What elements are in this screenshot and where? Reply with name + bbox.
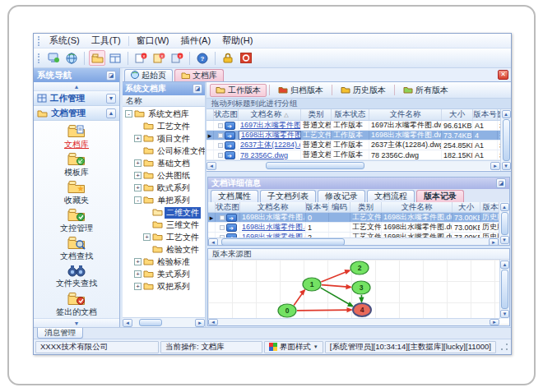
pin-icon[interactable]: ◪ (106, 71, 116, 81)
tree-node-工艺文件[interactable]: 工艺文件 (123, 120, 205, 132)
help-icon[interactable]: ? (194, 50, 211, 66)
column-header-版本号[interactable]: 版本号 (306, 202, 329, 212)
menu-item[interactable]: 工具(T) (86, 34, 127, 48)
tree-node-检验文件[interactable]: 检验文件 (123, 243, 205, 256)
table-row[interactable]: ➔1697出水嘴零件图.dwg普通文档工作版本1697出水嘴零件图.dwg96.… (207, 121, 500, 131)
sidebar-group-document[interactable]: 文档管理 ▲ (34, 106, 119, 121)
table-vertical-scrollbar[interactable]: ▲ ▼ (500, 109, 511, 171)
tree-node-系统文档库[interactable]: -系统文档库 (123, 108, 205, 120)
tree-horizontal-scrollbar[interactable]: ◄ ► (123, 317, 205, 327)
column-header-大小[interactable]: 大小 (452, 202, 480, 212)
menu-item[interactable]: 系统(S) (44, 34, 86, 48)
row-expand-icon[interactable] (218, 133, 223, 138)
expand-icon[interactable]: + (134, 159, 142, 167)
toolbar-grip[interactable] (38, 53, 41, 63)
column-header-文档名称[interactable]: 文档名称△ (239, 109, 301, 120)
collapse-icon[interactable]: - (134, 196, 142, 204)
graph-horizontal-scrollbar[interactable]: ◄ ► (208, 318, 499, 325)
column-header-状态图[interactable]: 状态图 (214, 109, 239, 120)
tree-node-项目文件[interactable]: +项目文件 (123, 132, 205, 145)
scrollbar-thumb[interactable] (501, 270, 508, 309)
table-row[interactable]: ▸➔1698出水嘴零件图.dwg0工艺文件1698出水嘴零件图.dwg73.00… (208, 213, 499, 223)
button-工作版本[interactable]: 工作版本 (210, 84, 267, 97)
row-expand-icon[interactable] (218, 123, 223, 128)
menubar-grip[interactable] (38, 36, 41, 46)
document-link[interactable]: 2637主体(12284).dwg (240, 141, 301, 150)
detail-tab-文档属性[interactable]: 文档属性 (211, 190, 258, 202)
grid-view-icon[interactable] (107, 50, 123, 66)
sidebar-item-文件夹查找[interactable]: 文件夹查找 (39, 262, 114, 290)
computer-icon[interactable] (45, 50, 62, 66)
collapse-icon[interactable]: - (125, 110, 132, 118)
tree-node-检验标准[interactable]: +检验标准 (123, 256, 205, 268)
pin-icon[interactable]: ◪ (193, 84, 202, 94)
detail-tab-版本记录[interactable]: 版本记录 (416, 190, 464, 202)
column-header-编码[interactable]: 编码 (329, 202, 350, 212)
scroll-right-icon[interactable]: ► (490, 319, 499, 325)
column-header-版本号[interactable]: 版本号 (473, 109, 498, 120)
scrollbar-thumb[interactable] (501, 212, 508, 235)
button-所有版本[interactable]: 所有版本 (397, 84, 454, 97)
ui-style-dropdown[interactable]: 界面样式 ▼ (264, 341, 323, 353)
tab-文档库[interactable]: 文档库 (174, 69, 224, 81)
detail-tab-子文档列表[interactable]: 子文档列表 (260, 190, 316, 202)
scrollbar-thumb[interactable] (221, 238, 345, 245)
message-management-tab[interactable]: 消息管理 (37, 328, 83, 339)
sidebar-item-签出的文档[interactable]: 签出的文档 (39, 290, 114, 318)
version-graph-canvas[interactable]: 01234 ▲ ▼ ◄ ► (208, 260, 509, 325)
menu-item[interactable]: 窗口(W) (131, 34, 175, 48)
document-link[interactable]: 1697出水嘴零件图.dwg (240, 121, 301, 130)
tree-node-公共图纸[interactable]: +公共图纸 (123, 169, 205, 182)
expand-icon[interactable]: + (134, 135, 142, 142)
scroll-down-icon[interactable]: ▼ (502, 162, 511, 170)
tree-node-公司标准文件[interactable]: 公司标准文件 (123, 145, 205, 157)
scroll-down-icon[interactable]: ▼ (500, 310, 509, 318)
scroll-left-icon[interactable]: ◄ (208, 238, 218, 246)
tree-node-双把系列[interactable]: +双把系列 (123, 280, 205, 293)
document-link[interactable]: 78 2356C.dwg (240, 151, 288, 159)
scroll-left-icon[interactable]: ◄ (123, 319, 132, 327)
scrollbar-thumb[interactable] (503, 119, 510, 161)
table-row[interactable]: ▸➔1698出水嘴零件图.dwg工艺文件工作版本1698出水嘴零件图.dwg73… (207, 131, 500, 141)
power-icon[interactable] (238, 50, 254, 66)
document-link[interactable]: 1698出水嘴零件图.dwg (242, 223, 306, 232)
tree-node-二维文件[interactable]: 二维文件 (123, 206, 205, 219)
button-归档版本[interactable]: 归档版本 (272, 84, 329, 97)
column-header-类别[interactable]: 类别 (301, 109, 332, 120)
expand-icon[interactable]: + (134, 270, 142, 278)
expand-icon[interactable]: + (143, 233, 151, 241)
doc-export-icon[interactable]: x (151, 50, 167, 66)
document-link[interactable]: 1698出水嘴零件图.dwg (241, 131, 301, 140)
row-expand-icon[interactable] (220, 235, 225, 238)
table-row[interactable]: ➔1698出水嘴零件图.dwg1工艺文件1698出水嘴零件图.dwg73.00K… (208, 223, 499, 233)
row-expand-icon[interactable] (220, 225, 225, 230)
table-row[interactable]: ➔2637主体(12284).dwg普通文档工作版本2637主体(12284).… (207, 141, 500, 150)
column-header-文件名称[interactable]: 文件名称 (369, 109, 442, 120)
detail-tab-修改记录[interactable]: 修改记录 (318, 190, 365, 202)
column-header-状态图[interactable]: 状态图 (216, 202, 240, 212)
expand-icon[interactable]: + (134, 172, 142, 179)
expand-icon[interactable]: + (134, 283, 142, 290)
scroll-left-icon[interactable]: ◄ (208, 319, 218, 325)
detail-tab-文档流程[interactable]: 文档流程 (367, 190, 415, 202)
pin-icon[interactable]: ◪ (496, 178, 506, 188)
tree-node-工艺文件[interactable]: +工艺文件 (123, 231, 205, 243)
scroll-right-icon[interactable]: ► (489, 238, 499, 246)
sidebar-item-文档库[interactable]: 文档库 (39, 123, 114, 151)
row-expand-icon[interactable] (218, 153, 223, 158)
scrollbar-thumb[interactable] (139, 319, 162, 326)
sidebar-group-work[interactable]: 工作管理 ▼ (34, 91, 119, 106)
tree-column-header[interactable]: 名称 (123, 95, 205, 107)
detail-horizontal-scrollbar[interactable]: ◄ ► (208, 238, 499, 245)
row-expand-icon[interactable] (218, 143, 223, 148)
scroll-left-icon[interactable]: ◄ (207, 162, 216, 170)
folder-open-icon[interactable] (89, 50, 105, 66)
column-header-文件名称[interactable]: 文件名称 (382, 202, 452, 212)
column-header-文档名称[interactable]: 文档名称 (240, 202, 306, 212)
sidebar-item-模板库[interactable]: 模板库 (39, 151, 114, 179)
document-link[interactable]: 1698出水嘴零件图.dwg (242, 233, 306, 238)
scrollbar-thumb[interactable] (266, 162, 364, 169)
column-header-版本状态[interactable]: 版本状态 (332, 109, 369, 120)
menu-item[interactable]: 帮助(H) (216, 34, 258, 48)
tree-node-美式系列[interactable]: +美式系列 (123, 268, 205, 280)
